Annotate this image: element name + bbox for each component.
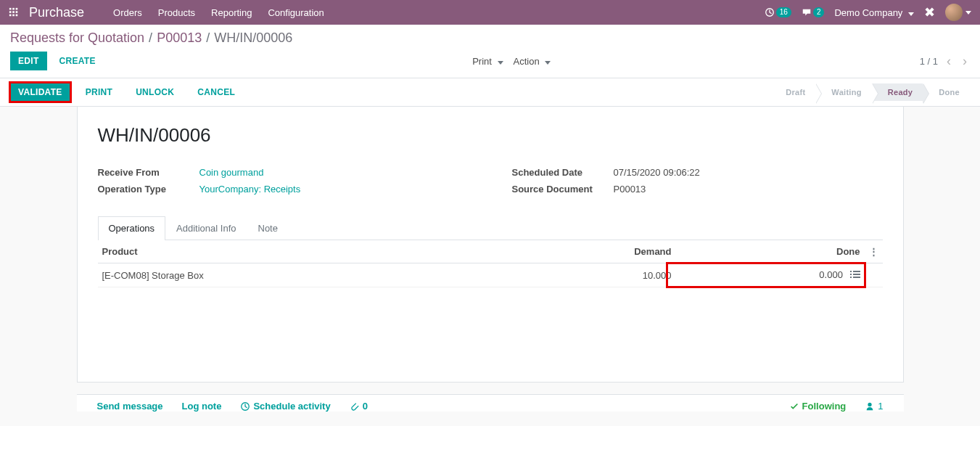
following-label: Following <box>802 401 847 412</box>
tab-operations[interactable]: Operations <box>98 216 166 240</box>
value-receive-from[interactable]: Coin gourmand <box>199 167 469 178</box>
action-label: Action <box>514 56 540 67</box>
menu-reporting[interactable]: Reporting <box>211 7 252 18</box>
edit-button[interactable]: Edit <box>10 52 47 70</box>
attachments-count: 0 <box>363 401 368 412</box>
send-message-button[interactable]: Send message <box>97 401 163 412</box>
svg-rect-4 <box>12 11 15 13</box>
svg-rect-13 <box>853 274 860 275</box>
label-source-document: Source Document <box>512 184 614 195</box>
chatter: Send message Log note Schedule activity … <box>77 394 904 412</box>
create-button[interactable]: Create <box>52 52 104 70</box>
state-waiting[interactable]: Waiting <box>815 83 871 101</box>
chevron-down-icon <box>545 61 551 65</box>
label-receive-from: Receive From <box>98 167 199 178</box>
control-panel: Edit Create Print Action 1 / 1 ‹ › <box>0 47 980 78</box>
breadcrumb-sep: / <box>206 30 210 46</box>
svg-rect-10 <box>850 271 852 272</box>
svg-rect-2 <box>16 8 18 10</box>
user-menu[interactable] <box>945 4 971 21</box>
svg-rect-6 <box>9 15 12 17</box>
pager-next[interactable]: › <box>960 52 970 70</box>
apps-icon[interactable] <box>9 7 19 17</box>
col-done[interactable]: Done <box>676 240 865 263</box>
statusbar: Validate Print Unlock Cancel Draft Waiti… <box>0 78 980 107</box>
breadcrumb: Requests for Quotation / P00013 / WH/IN/… <box>10 30 292 46</box>
value-source-document: P00013 <box>614 184 883 195</box>
form-bg: WH/IN/00006 Receive From Coin gourmand O… <box>0 107 980 426</box>
cell-demand: 10.000 <box>545 263 676 287</box>
attachments-button[interactable]: 0 <box>350 401 368 412</box>
value-scheduled-date: 07/15/2020 09:06:22 <box>614 167 883 178</box>
chevron-down-icon <box>498 61 503 65</box>
navbar: Purchase Orders Products Reporting Confi… <box>0 0 980 25</box>
followers-button[interactable]: 1 <box>865 401 883 412</box>
fields-grid: Receive From Coin gourmand Operation Typ… <box>98 167 883 195</box>
unlock-button[interactable]: Unlock <box>128 83 182 102</box>
detail-list-icon[interactable] <box>850 270 860 281</box>
schedule-activity-button[interactable]: Schedule activity <box>240 401 330 412</box>
activities-button[interactable]: 16 <box>765 7 791 17</box>
debug-icon[interactable]: ✖ <box>924 4 935 20</box>
svg-rect-0 <box>9 8 12 10</box>
log-note-button[interactable]: Log note <box>182 401 222 412</box>
avatar <box>945 4 963 21</box>
table-row[interactable]: [E-COM08] Storage Box 10.000 0.000 <box>98 263 883 287</box>
print-label: Print <box>472 56 492 67</box>
done-value: 0.000 <box>819 269 843 280</box>
svg-rect-8 <box>16 15 18 17</box>
menu-configuration[interactable]: Configuration <box>268 7 324 18</box>
cancel-button[interactable]: Cancel <box>189 83 243 102</box>
form-sheet: WH/IN/00006 Receive From Coin gourmand O… <box>77 107 904 383</box>
print-dropdown[interactable]: Print <box>472 56 503 67</box>
value-operation-type[interactable]: YourCompany: Receipts <box>199 184 469 195</box>
label-operation-type: Operation Type <box>98 184 199 195</box>
cell-done[interactable]: 0.000 <box>676 263 865 287</box>
action-dropdown[interactable]: Action <box>514 56 551 67</box>
schedule-label: Schedule activity <box>253 401 330 412</box>
followers-count: 1 <box>878 401 883 412</box>
company-dropdown[interactable]: Demo Company <box>834 7 914 18</box>
svg-point-17 <box>868 402 872 406</box>
menu-products[interactable]: Products <box>158 7 195 18</box>
state-draft[interactable]: Draft <box>770 83 815 101</box>
print-button[interactable]: Print <box>78 83 121 102</box>
messaging-button[interactable]: 2 <box>802 7 825 17</box>
chevron-down-icon <box>908 12 914 16</box>
svg-rect-3 <box>9 11 12 13</box>
svg-rect-15 <box>853 277 860 278</box>
validate-button[interactable]: Validate <box>10 83 70 102</box>
cell-product: [E-COM08] Storage Box <box>98 263 545 287</box>
breadcrumb-current: WH/IN/00006 <box>214 30 292 46</box>
pager: 1 / 1 ‹ › <box>920 52 970 70</box>
svg-rect-12 <box>850 274 852 275</box>
breadcrumb-row: Requests for Quotation / P00013 / WH/IN/… <box>0 25 980 47</box>
tabs: Operations Additional Info Note <box>98 216 883 240</box>
record-title: WH/IN/00006 <box>98 124 883 147</box>
col-product[interactable]: Product <box>98 240 545 263</box>
following-button[interactable]: Following <box>789 401 847 412</box>
chevron-down-icon <box>965 11 971 15</box>
status-stages: Draft Waiting Ready Done <box>770 83 970 101</box>
svg-rect-14 <box>850 277 852 278</box>
kebab-icon: ⋮ <box>869 246 878 257</box>
tab-note[interactable]: Note <box>247 216 289 240</box>
label-scheduled-date: Scheduled Date <box>512 167 614 178</box>
col-demand[interactable]: Demand <box>545 240 676 263</box>
svg-rect-5 <box>16 11 18 13</box>
breadcrumb-sep: / <box>149 30 152 46</box>
messaging-badge: 2 <box>813 7 825 17</box>
state-ready[interactable]: Ready <box>872 83 923 101</box>
company-label: Demo Company <box>834 7 902 18</box>
app-title[interactable]: Purchase <box>29 5 84 20</box>
col-options[interactable]: ⋮ <box>865 240 883 263</box>
state-done[interactable]: Done <box>923 83 970 101</box>
breadcrumb-item[interactable]: Requests for Quotation <box>10 30 144 46</box>
breadcrumb-item[interactable]: P00013 <box>157 30 202 46</box>
pager-prev[interactable]: ‹ <box>944 52 954 70</box>
svg-rect-1 <box>12 8 15 10</box>
tab-additional-info[interactable]: Additional Info <box>165 216 247 240</box>
menu-orders[interactable]: Orders <box>113 7 142 18</box>
pager-value[interactable]: 1 / 1 <box>920 56 938 67</box>
main-menu: Orders Products Reporting Configuration <box>113 7 765 18</box>
